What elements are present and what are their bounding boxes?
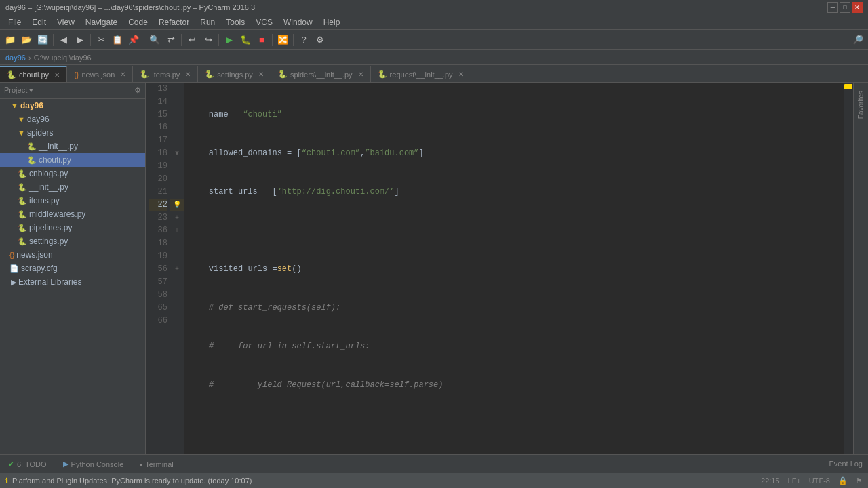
gutter-row-19b: + xyxy=(170,263,184,276)
toolbar-paste-btn[interactable]: 📌 xyxy=(126,33,141,47)
toolbar-fwd-btn[interactable]: ▶ xyxy=(73,33,87,47)
terminal-tab[interactable]: ▪ Terminal xyxy=(132,455,181,474)
menu-tools[interactable]: Tools xyxy=(220,16,250,28)
tab-spiders-init-close[interactable]: ✕ xyxy=(358,70,363,78)
py-icon-middlewares: 🐍 xyxy=(18,210,27,219)
menu-refactor[interactable]: Refactor xyxy=(153,16,195,28)
menu-file[interactable]: File xyxy=(3,16,26,28)
menu-navigate[interactable]: Navigate xyxy=(80,16,123,28)
menu-window[interactable]: Window xyxy=(278,16,318,28)
line-num-66: 66 xyxy=(149,314,167,327)
line-num-14: 14 xyxy=(149,96,167,108)
gutter-row-23: + xyxy=(170,211,184,224)
toolbar-replace-btn[interactable]: ⇄ xyxy=(163,33,178,47)
line-num-22: 22 xyxy=(149,199,167,211)
py-icon-chouti: 🐍 xyxy=(27,156,37,165)
tab-request-init-close[interactable]: ✕ xyxy=(458,70,464,78)
toolbar-debug-btn[interactable]: 🐛 xyxy=(238,33,253,47)
tree-item-spiders[interactable]: ▼ spiders xyxy=(0,126,145,140)
tree-item-init2-py[interactable]: 🐍 __init__.py xyxy=(0,180,145,194)
tab-settings-py-icon: 🐍 xyxy=(205,70,214,79)
tab-settings-py[interactable]: 🐍 settings.py ✕ xyxy=(198,66,271,82)
toolbar-vcs-btn[interactable]: 🔀 xyxy=(275,33,290,47)
tree-item-init-py[interactable]: 🐍 __init__.py xyxy=(0,140,145,153)
tree-item-cnblogs-py[interactable]: 🐍 cnblogs.py xyxy=(0,167,145,180)
tab-bar: 🐍 chouti.py ✕ {} news.json ✕ 🐍 items.py … xyxy=(0,65,868,83)
menu-vcs[interactable]: VCS xyxy=(250,16,278,28)
toolbar-back-btn[interactable]: ◀ xyxy=(56,33,71,47)
py-icon-items: 🐍 xyxy=(18,197,27,205)
favorites-bar: Favorites xyxy=(853,83,868,454)
tree-item-day96-root[interactable]: ▼ day96 xyxy=(0,99,145,113)
toolbar-search-btn[interactable]: 🔍 xyxy=(147,33,162,47)
tree-label-news-json: news.json xyxy=(16,250,52,260)
tree-item-scrapy-cfg[interactable]: 📄 scrapy.cfg xyxy=(0,262,145,275)
todo-icon: ✔ xyxy=(8,460,14,468)
tab-chouti-py[interactable]: 🐍 chouti.py ✕ xyxy=(0,66,67,82)
tree-label-settings-py: settings.py xyxy=(29,237,68,246)
tab-news-json-close[interactable]: ✕ xyxy=(120,70,125,78)
tab-spiders-init-icon: 🐍 xyxy=(278,70,288,79)
python-console-tab[interactable]: ▶ Python Console xyxy=(55,455,132,474)
code-area: 13 14 15 16 17 18 19 20 21 22 23 36 18 1… xyxy=(146,83,868,454)
toolbar-sync-btn[interactable]: 🔄 xyxy=(35,33,50,47)
py-icon-settings: 🐍 xyxy=(18,237,27,246)
code-line-16 xyxy=(189,224,838,237)
tree-label-chouti-py: chouti.py xyxy=(39,155,71,165)
toolbar-global-search-btn[interactable]: 🔎 xyxy=(850,33,865,47)
toolbar-open-btn[interactable]: 📂 xyxy=(19,33,34,47)
todo-tab[interactable]: ✔ 6: TODO xyxy=(0,455,55,474)
tree-item-chouti-py[interactable]: 🐍 chouti.py xyxy=(0,153,145,167)
line-num-17: 17 xyxy=(149,134,167,147)
toolbar-help-btn[interactable]: ? xyxy=(296,33,311,47)
toolbar-project-btn[interactable]: 📁 xyxy=(3,33,18,47)
menu-view[interactable]: View xyxy=(52,16,80,28)
tab-spiders-init[interactable]: 🐍 spiders\__init__.py ✕ xyxy=(271,66,371,82)
menu-run[interactable]: Run xyxy=(195,16,220,28)
event-log-label[interactable]: Event Log xyxy=(829,460,863,468)
menu-code[interactable]: Code xyxy=(123,16,153,28)
py-icon-init: 🐍 xyxy=(27,142,37,151)
status-lock-icon: 🔒 xyxy=(838,476,848,485)
gutter-row-18: ▼ xyxy=(170,147,184,160)
sidebar-gear-icon[interactable]: ⚙ xyxy=(134,86,141,95)
toolbar-sep-2 xyxy=(90,34,91,46)
tree-label-day96: day96 xyxy=(27,115,50,124)
tree-item-external-libs[interactable]: ▶ External Libraries xyxy=(0,275,145,289)
tab-settings-py-close[interactable]: ✕ xyxy=(258,70,264,78)
tree-item-pipelines-py[interactable]: 🐍 pipelines.py xyxy=(0,221,145,235)
tree-item-middlewares-py[interactable]: 🐍 middlewares.py xyxy=(0,207,145,221)
tree-item-items-py[interactable]: 🐍 items.py xyxy=(0,194,145,207)
tree-item-news-json[interactable]: {} news.json xyxy=(0,248,145,262)
tab-items-py-close[interactable]: ✕ xyxy=(185,70,191,78)
toolbar-run-btn[interactable]: ▶ xyxy=(222,33,237,47)
title-text: day96 – [G:\wupeiqi\day96] – ...\day96\s… xyxy=(5,3,255,12)
tree-item-day96[interactable]: ▼ day96 xyxy=(0,113,145,126)
favorites-label[interactable]: Favorites xyxy=(857,91,865,119)
code-editor[interactable]: name = “chouti” allowed_domains = [“chou… xyxy=(184,83,844,454)
toolbar-copy-btn[interactable]: 📋 xyxy=(110,33,125,47)
tab-chouti-py-close[interactable]: ✕ xyxy=(54,71,60,79)
tree-label-init2-py: __init__.py xyxy=(29,182,68,192)
toolbar-redo-btn[interactable]: ↪ xyxy=(201,33,216,47)
toolbar-undo-btn[interactable]: ↩ xyxy=(184,33,199,47)
tab-items-py-label: items.py xyxy=(152,70,180,79)
toolbar-settings-btn[interactable]: ⚙ xyxy=(313,33,328,47)
menu-edit[interactable]: Edit xyxy=(26,16,52,28)
tab-request-init[interactable]: 🐍 request\__init__.py ✕ xyxy=(371,66,471,82)
tree-item-settings-py[interactable]: 🐍 settings.py xyxy=(0,235,145,248)
line-num-19: 19 xyxy=(149,160,167,173)
breadcrumb-day96-link[interactable]: day96 xyxy=(5,54,26,62)
menu-help[interactable]: Help xyxy=(318,16,346,28)
minimize-button[interactable]: ─ xyxy=(827,2,838,13)
close-button[interactable]: ✕ xyxy=(852,2,863,13)
toolbar: 📁 📂 🔄 ◀ ▶ ✂ 📋 📌 🔍 ⇄ ↩ ↪ ▶ 🐛 ■ 🔀 ? ⚙ 🔎 xyxy=(0,30,868,50)
tree-label-middlewares-py: middlewares.py xyxy=(29,209,85,219)
tab-items-py[interactable]: 🐍 items.py ✕ xyxy=(133,66,198,82)
toolbar-cut-btn[interactable]: ✂ xyxy=(94,33,108,47)
maximize-button[interactable]: □ xyxy=(840,2,850,13)
tab-news-json[interactable]: {} news.json ✕ xyxy=(67,66,133,82)
toolbar-stop-btn[interactable]: ■ xyxy=(254,33,269,47)
tree-label-init-py: __init__.py xyxy=(39,142,78,151)
code-line-14: allowed_domains = [“chouti.com”,”baidu.c… xyxy=(189,147,838,160)
